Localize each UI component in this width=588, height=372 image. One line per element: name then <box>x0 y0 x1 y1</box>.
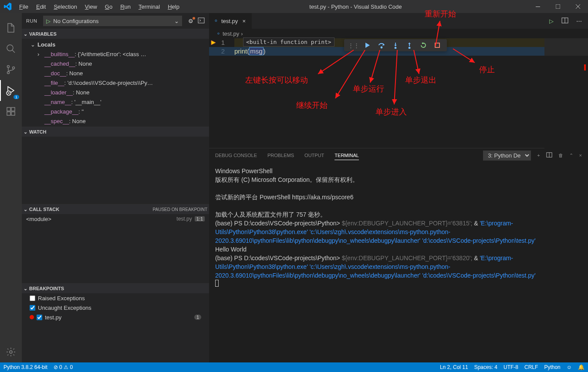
debug-console-icon[interactable] <box>198 17 205 25</box>
tab-terminal[interactable]: TERMINAL <box>335 151 359 160</box>
svg-point-17 <box>381 47 382 48</box>
stop-button[interactable] <box>430 39 444 51</box>
split-terminal-icon[interactable] <box>546 152 552 159</box>
status-lncol[interactable]: Ln 2, Col 11 <box>440 364 468 370</box>
watch-header[interactable]: ⌄WATCH <box>22 127 209 137</box>
chevron-down-icon: ⌄ <box>30 41 37 48</box>
restart-button[interactable] <box>416 39 430 51</box>
settings-icon[interactable] <box>0 342 22 362</box>
bp-raised[interactable]: Raised Exceptions <box>22 293 209 303</box>
callstack-header[interactable]: ⌄CALL STACKPAUSED ON BREAKPOINT <box>22 204 209 214</box>
chevron-down-icon: ⌄ <box>24 207 27 212</box>
terminal-output[interactable]: Windows PowerShell 版权所有 (C) Microsoft Co… <box>209 162 588 362</box>
run-label: RUN <box>26 18 37 23</box>
var-cached[interactable]: __cached__: None <box>22 59 209 68</box>
status-notifications-icon[interactable]: 🔔 <box>578 364 585 370</box>
var-builtins[interactable]: ›__builtins__: {'ArithmeticError': <clas… <box>22 49 209 59</box>
status-language[interactable]: Python <box>544 364 560 370</box>
svg-point-4 <box>7 72 10 74</box>
more-actions-icon[interactable]: ⋯ <box>576 18 582 24</box>
step-into-button[interactable] <box>389 39 402 51</box>
var-name[interactable]: __name__: '__main__' <box>22 97 209 107</box>
menu-selection[interactable]: Selection <box>50 3 81 10</box>
debug-toolbar[interactable]: ⋮⋮ <box>344 39 447 51</box>
step-over-button[interactable] <box>375 39 389 51</box>
bp-file[interactable]: test.py1 <box>22 312 209 322</box>
minimap[interactable] <box>544 38 588 151</box>
menu-go[interactable]: Go <box>101 3 116 10</box>
svg-rect-10 <box>11 112 15 115</box>
callstack-frame[interactable]: <module> test.py 1:1 <box>22 214 209 224</box>
close-button[interactable] <box>568 0 588 13</box>
terminal-select[interactable]: 3: Python Del <box>483 151 531 161</box>
chevron-right-icon: › <box>37 51 44 57</box>
overview-marker <box>584 64 586 70</box>
tab-test-py[interactable]: ⚬ test.py × <box>209 13 252 29</box>
var-doc[interactable]: __doc__: None <box>22 68 209 78</box>
tab-problems[interactable]: PROBLEMS <box>267 151 294 160</box>
var-package[interactable]: __package__: '' <box>22 107 209 116</box>
play-icon: ▷ <box>46 18 51 24</box>
drag-handle-icon[interactable]: ⋮⋮ <box>347 39 361 51</box>
status-feedback[interactable]: ☺ <box>567 364 572 370</box>
chevron-down-icon: ⌄ <box>174 18 179 24</box>
status-eol[interactable]: CRLF <box>524 364 538 370</box>
close-panel-icon[interactable]: × <box>579 153 582 158</box>
maximize-button[interactable] <box>548 0 568 13</box>
gear-icon[interactable]: ⚙ <box>188 18 193 24</box>
run-file-icon[interactable]: ▷ <box>549 18 554 24</box>
search-icon[interactable] <box>0 38 22 59</box>
status-python[interactable]: Python 3.8.2 64-bit <box>3 364 47 370</box>
continue-button[interactable] <box>361 39 375 51</box>
minimize-button[interactable] <box>528 0 548 13</box>
status-problems[interactable]: ⊘ 0 ⚠ 0 <box>54 364 73 370</box>
explorer-icon[interactable] <box>0 17 22 38</box>
close-tab-icon[interactable]: × <box>240 18 247 24</box>
svg-rect-9 <box>7 112 10 115</box>
bottom-panel: DEBUG CONSOLE PROBLEMS OUTPUT TERMINAL 3… <box>209 148 588 362</box>
breadcrumb[interactable]: ⚬ test.py › <box>209 29 588 38</box>
config-dropdown[interactable]: ▷ No Configurations ⌄ <box>43 16 182 26</box>
tab-output[interactable]: OUTPUT <box>304 151 324 160</box>
run-debug-icon[interactable]: 1 <box>0 80 22 101</box>
breakpoints-header[interactable]: ⌄BREAKPOINTS <box>22 284 209 293</box>
extensions-icon[interactable] <box>0 101 22 122</box>
svg-point-5 <box>13 67 15 69</box>
config-text: No Configurations <box>51 18 174 24</box>
window-title: test.py - Python - Visual Studio Code <box>183 3 528 10</box>
status-spaces[interactable]: Spaces: 4 <box>474 364 497 370</box>
menu-edit[interactable]: Edit <box>32 3 50 10</box>
app-logo <box>0 3 15 10</box>
menu-run[interactable]: Run <box>116 3 135 10</box>
menu-help[interactable]: Help <box>164 3 183 10</box>
new-terminal-icon[interactable]: + <box>537 153 540 158</box>
bp-raised-checkbox[interactable] <box>30 295 35 301</box>
var-loader[interactable]: __loader__: None <box>22 87 209 97</box>
split-editor-icon[interactable] <box>561 17 568 25</box>
status-encoding[interactable]: UTF-8 <box>504 364 518 370</box>
bp-uncaught[interactable]: Uncaught Exceptions <box>22 303 209 312</box>
bp-uncaught-checkbox[interactable] <box>30 305 35 311</box>
menu-terminal[interactable]: Terminal <box>135 3 164 10</box>
step-out-button[interactable] <box>402 39 416 51</box>
var-spec[interactable]: __spec__: None <box>22 116 209 126</box>
menu-file[interactable]: File <box>15 3 32 10</box>
locals-scope[interactable]: ⌄Locals <box>22 40 209 49</box>
debug-badge: 1 <box>14 95 19 99</box>
source-control-icon[interactable] <box>0 59 22 80</box>
kill-terminal-icon[interactable]: 🗑 <box>558 153 563 158</box>
tab-debug-console[interactable]: DEBUG CONSOLE <box>215 151 257 160</box>
svg-rect-7 <box>7 107 10 111</box>
chevron-down-icon: ⌄ <box>24 286 27 292</box>
var-file[interactable]: __file__: 'd:\\codes\\VSCode-projects\\P… <box>22 78 209 87</box>
editor-area: ⚬ test.py × ▷ ⋯ ⚬ test.py › 1 2 <box>209 13 588 362</box>
python-file-icon: ⚬ <box>216 30 221 37</box>
chevron-down-icon: ⌄ <box>24 129 27 135</box>
maximize-panel-icon[interactable]: ⌃ <box>569 153 573 158</box>
bp-file-checkbox[interactable] <box>37 315 42 320</box>
svg-rect-8 <box>11 107 15 111</box>
python-file-icon: ⚬ <box>213 17 219 24</box>
menu-view[interactable]: View <box>81 3 101 10</box>
variables-header[interactable]: ⌄VARIABLES <box>22 29 209 39</box>
code-area[interactable]: 1 2 print(msg) <built-in function print> <box>209 38 588 148</box>
